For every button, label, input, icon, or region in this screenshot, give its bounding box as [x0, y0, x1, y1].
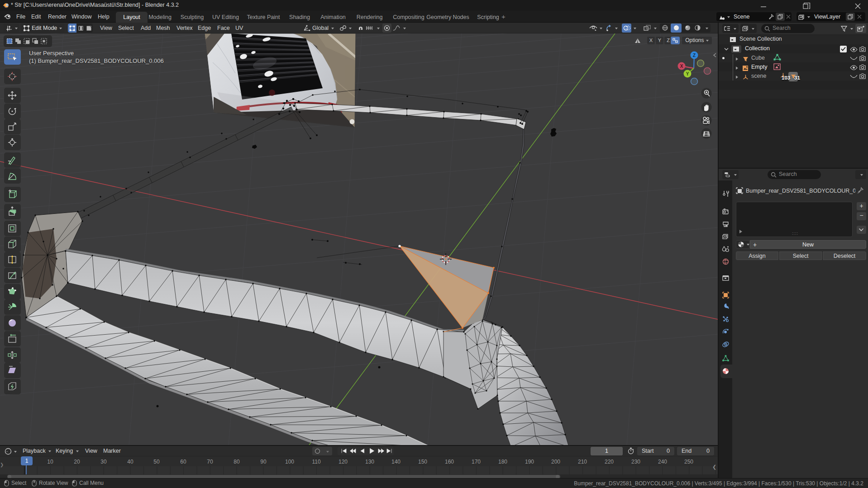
svg-text:Z: Z — [693, 53, 696, 58]
svg-text:X: X — [680, 64, 683, 69]
svg-text:Y: Y — [686, 71, 689, 76]
